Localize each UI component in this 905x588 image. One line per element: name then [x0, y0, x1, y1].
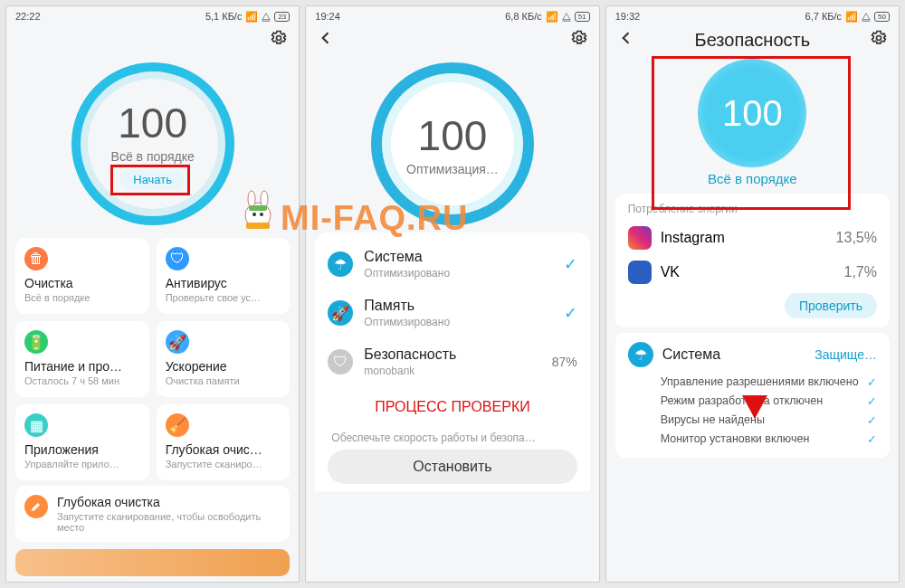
start-button[interactable]: Начать	[120, 169, 185, 190]
card-title: Питание и про…	[24, 359, 140, 374]
apps-icon: ▦	[24, 413, 48, 437]
check-item: Вирусы не найдены✓	[661, 411, 877, 430]
check-icon: ✓	[564, 303, 577, 323]
card-title: Очистка	[24, 276, 140, 290]
gear-icon[interactable]	[570, 29, 588, 51]
score-subtitle: Оптимизация…	[406, 162, 499, 176]
tool-card[interactable]: 🛡 Антивирус Проверьте свое ус…	[157, 238, 291, 314]
deep-clean-title[interactable]: Глубокая очистка	[57, 495, 281, 509]
status-time: 19:24	[315, 11, 340, 22]
status-bar: 22:22 5,1 КБ/с 📶 ⧋ 23	[6, 6, 299, 26]
check-item: Монитор установки включен✓	[661, 430, 877, 449]
card-sub: Всё в порядке	[24, 292, 140, 303]
status-net: 6,8 КБ/с	[505, 11, 542, 22]
wifi-icon: ⧋	[262, 11, 271, 23]
card-sub: Осталось 7 ч 58 мин	[24, 375, 140, 386]
wifi-icon: ⧋	[562, 11, 571, 23]
score-value: 100	[722, 93, 783, 134]
check-icon: ✓	[867, 432, 877, 446]
system-badge: Защище…	[814, 347, 877, 362]
card-sub: Запустите сканиро…	[166, 459, 281, 469]
battery-icon: 23	[274, 12, 290, 22]
gear-icon[interactable]	[870, 29, 888, 51]
app-row[interactable]: VK 1,7%	[628, 255, 877, 289]
tool-card[interactable]: 🔋 Питание и про… Осталось 7 ч 58 мин	[15, 321, 149, 397]
app-name: VK	[661, 264, 835, 280]
status-net: 6,7 КБ/с	[805, 11, 843, 22]
score-subtitle: Всё в порядке	[111, 149, 195, 164]
signal-icon: 📶	[845, 11, 858, 23]
status-net: 5,1 КБ/с	[205, 11, 243, 22]
system-label[interactable]: Система	[662, 346, 720, 363]
status-bar: 19:24 6,8 КБ/с 📶 ⧋ 51	[306, 6, 598, 26]
check-item: Режим разработчика отключен✓	[661, 392, 877, 411]
back-icon[interactable]	[317, 29, 335, 51]
signal-icon: 📶	[546, 11, 558, 23]
check-icon: ✓	[867, 394, 877, 408]
app-logo	[628, 226, 652, 250]
row-sub: Оптимизировано	[364, 267, 552, 280]
battery-icon: 50	[874, 12, 890, 22]
phone-security-detail: 19:32 6,7 КБ/с 📶 ⧋ 50 Безопасность 100 В…	[605, 5, 900, 583]
card-title: Антивирус	[166, 276, 281, 290]
brush-icon	[24, 495, 48, 518]
annotation-process: ПРОЦЕСС ПРОВЕРКИ	[328, 399, 576, 415]
tool-card[interactable]: 🧹 Глубокая очис… Запустите сканиро…	[157, 404, 291, 480]
row-percent: 87%	[552, 355, 577, 369]
shield-icon: 🛡	[328, 349, 353, 375]
tool-card[interactable]: ▦ Приложения Управляйте прило…	[15, 404, 149, 480]
hint-text: Обеспечьте скорость работы и безопа…	[331, 432, 573, 444]
page-title: Безопасность	[695, 30, 811, 51]
card-title: Ускорение	[166, 359, 281, 374]
check-icon: ✓	[867, 413, 877, 427]
score-circle: 100 Всё в порядке Начать	[71, 62, 234, 225]
app-percent: 1,7%	[844, 264, 877, 280]
shield-icon: 🛡	[166, 247, 189, 270]
score-value: 100	[118, 99, 187, 147]
phone-security-home: 22:22 5,1 КБ/с 📶 ⧋ 23 100 Всё в порядке …	[5, 5, 300, 583]
back-icon[interactable]	[617, 29, 635, 51]
card-title: Глубокая очис…	[166, 442, 281, 457]
battery-icon: 51	[575, 12, 590, 22]
row-sub: Оптимизировано	[364, 316, 552, 328]
check-button[interactable]: Проверить	[785, 293, 877, 318]
battery-icon: 🔋	[24, 330, 48, 354]
row-sub: monobank	[364, 365, 540, 377]
svg-point-8	[576, 36, 581, 41]
gear-icon[interactable]	[270, 29, 288, 51]
row-title: Память	[364, 298, 552, 314]
card-sub: Проверьте свое ус…	[166, 292, 281, 303]
deep-clean-sub: Запустите сканирование, чтобы освободить…	[57, 511, 281, 533]
card-sub: Управляйте прило…	[24, 459, 140, 469]
status-time: 19:32	[615, 11, 641, 22]
status-bar: 19:32 6,7 КБ/с 📶 ⧋ 50	[606, 6, 899, 26]
status-time: 22:22	[15, 11, 41, 22]
check-item: Управление разрешениями включено✓	[661, 373, 877, 392]
row-title: Безопасность	[364, 346, 540, 363]
signal-icon: 📶	[245, 11, 258, 23]
svg-point-9	[876, 36, 881, 41]
rocket-icon: 🚀	[328, 300, 353, 326]
phone-optimizing: 19:24 6,8 КБ/с 📶 ⧋ 51 100 Оптимизация… ☂…	[305, 5, 599, 583]
tool-card[interactable]: 🗑 Очистка Всё в порядке	[15, 238, 149, 314]
score-circle: 100	[698, 59, 806, 167]
app-row[interactable]: Instagram 13,5%	[628, 221, 877, 255]
status-line: Всё в порядке	[606, 171, 899, 186]
promo-strip	[15, 549, 290, 576]
umbrella-icon: ☂	[628, 342, 653, 367]
check-icon: ✓	[867, 375, 877, 389]
trash-icon: 🗑	[24, 247, 48, 270]
svg-point-7	[277, 36, 281, 41]
stop-button[interactable]: Остановить	[328, 450, 576, 484]
energy-heading: Потребление энергии	[628, 203, 877, 215]
wifi-icon: ⧋	[862, 11, 871, 23]
rocket-icon: 🚀	[166, 330, 189, 354]
score-value: 100	[418, 111, 488, 160]
app-percent: 13,5%	[836, 230, 877, 246]
optimize-row: 🚀 Память Оптимизировано ✓	[328, 289, 576, 337]
tool-card[interactable]: 🚀 Ускорение Очистка памяти	[157, 321, 291, 397]
optimize-row: ☂ Система Оптимизировано ✓	[328, 240, 576, 289]
umbrella-icon: ☂	[328, 251, 353, 277]
deep-icon: 🧹	[166, 413, 189, 437]
optimize-row: 🛡 Безопасность monobank 87%	[328, 337, 576, 386]
